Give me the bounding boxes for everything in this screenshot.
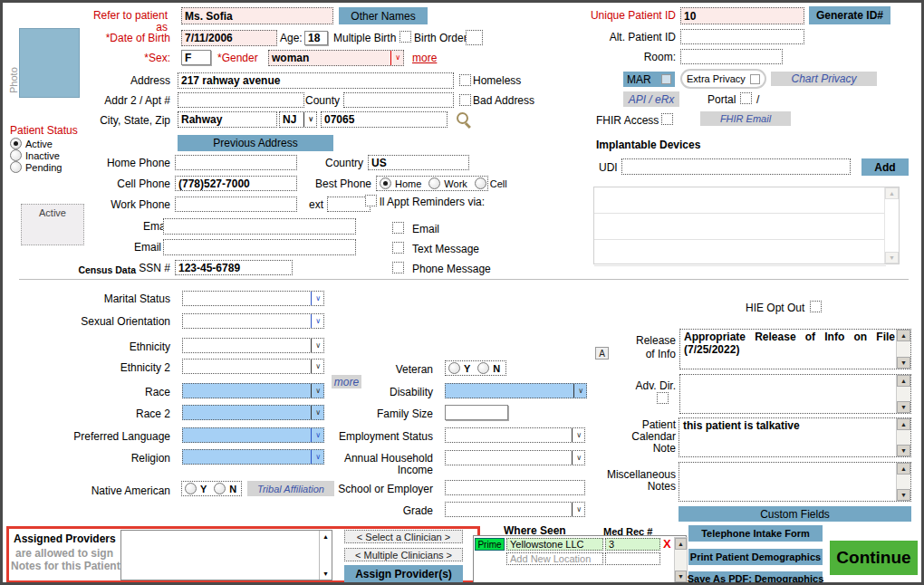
mar-button[interactable]: MAR xyxy=(623,72,675,87)
status-radio-active[interactable]: Active xyxy=(10,138,53,149)
cell-phone-input[interactable]: (778)527-7000 xyxy=(175,176,297,191)
veteran-y[interactable]: Y xyxy=(448,362,470,374)
grade-dropdown[interactable]: ∨ xyxy=(445,502,585,517)
marital-status-dropdown[interactable]: ∨ xyxy=(182,291,324,306)
release-a-button[interactable]: A xyxy=(595,347,609,360)
save-pdf-button[interactable]: Save As PDF: Demographics xyxy=(688,571,823,585)
sexual-orientation-dropdown[interactable]: ∨ xyxy=(182,313,324,329)
email2-input[interactable] xyxy=(163,239,356,255)
addr2-input[interactable] xyxy=(178,92,304,108)
scroll-down-icon[interactable]: ▼ xyxy=(897,401,910,413)
adv-dir-checkbox[interactable] xyxy=(657,392,669,404)
scroll-down-icon[interactable]: ▼ xyxy=(897,489,910,501)
chart-privacy-button[interactable]: Chart Privacy xyxy=(771,72,877,86)
assign-providers-button[interactable]: Assign Provider(s) xyxy=(344,565,463,582)
telephone-intake-button[interactable]: Telephone Intake Form xyxy=(688,525,823,542)
unique-patient-id-input[interactable]: 10 xyxy=(680,7,804,24)
scroll-up-icon[interactable]: ▲ xyxy=(897,463,910,475)
where-seen-location-input[interactable]: Yellowstone LLC xyxy=(506,538,603,551)
extra-privacy-checkbox[interactable] xyxy=(750,74,760,84)
zip-input[interactable]: 07065 xyxy=(321,111,448,128)
best-phone-home[interactable]: Home xyxy=(380,177,421,189)
appt-reminders-checkbox[interactable] xyxy=(365,195,377,206)
ethnicity-more-button[interactable]: more xyxy=(332,375,361,388)
race2-dropdown[interactable]: ∨ xyxy=(182,405,324,420)
ethnicity2-dropdown[interactable]: ∨ xyxy=(182,359,324,374)
ethnicity-dropdown[interactable]: ∨ xyxy=(182,338,324,353)
reminder-phone-checkbox[interactable] xyxy=(392,262,404,273)
where-seen-scrollbar[interactable]: ▲ ▼ xyxy=(674,537,688,583)
assigned-providers-list[interactable]: ▲ ▼ xyxy=(120,530,332,580)
refer-to-patient-input[interactable]: Ms. Sofia xyxy=(181,7,333,24)
bad-address-checkbox[interactable] xyxy=(459,94,471,106)
address-input[interactable]: 217 rahway avenue xyxy=(178,72,454,89)
county-input[interactable] xyxy=(343,92,454,108)
release-scrollbar[interactable]: ▲▼ xyxy=(896,330,910,369)
udi-add-button[interactable]: Add xyxy=(861,158,909,176)
calendar-scrollbar[interactable]: ▲▼ xyxy=(896,418,910,456)
api-erx-button[interactable]: API / eRx xyxy=(623,91,679,107)
misc-notes-textarea[interactable]: ▲▼ xyxy=(679,462,911,502)
new-med-rec-input[interactable] xyxy=(605,552,660,565)
med-rec-input[interactable]: 3 xyxy=(605,538,660,551)
continue-button[interactable]: Continue xyxy=(830,541,918,575)
state-dropdown[interactable]: NJ ∨ xyxy=(279,111,317,128)
scroll-up-icon[interactable]: ▲ xyxy=(897,418,910,430)
age-field[interactable]: 18 xyxy=(304,31,328,45)
preferred-language-dropdown[interactable]: ∨ xyxy=(182,427,324,443)
print-demographics-button[interactable]: Print Patient Demographics xyxy=(688,549,823,565)
native-american-n[interactable]: N xyxy=(214,483,236,494)
release-of-info-textarea[interactable]: Appropriate Release of Info on File (7/2… xyxy=(679,329,911,369)
best-phone-work[interactable]: Work xyxy=(428,177,467,189)
misc-scrollbar[interactable]: ▲▼ xyxy=(896,463,910,501)
work-phone-input[interactable] xyxy=(175,197,297,212)
reminder-text-checkbox[interactable] xyxy=(392,242,404,254)
other-names-button[interactable]: Other Names xyxy=(339,7,428,24)
delete-location-icon[interactable]: X xyxy=(663,537,671,551)
udi-input[interactable] xyxy=(621,158,851,175)
religion-dropdown[interactable]: ∨ xyxy=(182,449,324,465)
multiple-clinicians-button[interactable]: < Multiple Clinicians > xyxy=(344,548,463,561)
portal-checkbox[interactable] xyxy=(740,92,752,104)
home-phone-input[interactable] xyxy=(175,155,297,170)
gender-dropdown[interactable]: woman ∨ xyxy=(268,50,404,66)
scroll-down-icon[interactable]: ▼ xyxy=(897,445,910,456)
generate-id-button[interactable]: Generate ID# xyxy=(809,6,890,24)
status-radio-inactive[interactable]: Inactive xyxy=(10,149,60,161)
date-of-birth-input[interactable]: 7/11/2006 xyxy=(181,30,277,46)
school-or-employer-input[interactable] xyxy=(445,480,585,495)
scroll-up-icon[interactable]: ▲ xyxy=(885,187,899,199)
scroll-up-icon[interactable]: ▲ xyxy=(897,330,910,341)
calendar-note-textarea[interactable]: this patient is talkative ▲▼ xyxy=(679,417,911,457)
homeless-checkbox[interactable] xyxy=(459,74,471,86)
alt-patient-id-input[interactable] xyxy=(680,29,804,44)
disability-dropdown[interactable]: ∨ xyxy=(445,383,587,398)
multiple-birth-checkbox[interactable] xyxy=(399,31,411,43)
gender-more-link[interactable]: more xyxy=(412,53,437,64)
status-radio-pending[interactable]: Pending xyxy=(10,161,62,173)
fhir-email-button[interactable]: FHIR Email xyxy=(700,111,791,126)
sex-input[interactable]: F xyxy=(181,50,211,65)
adv-dir-textarea[interactable]: ▲▼ xyxy=(679,374,911,414)
scroll-down-icon[interactable]: ▼ xyxy=(897,357,910,369)
race-dropdown[interactable]: ∨ xyxy=(182,383,324,398)
room-input[interactable] xyxy=(680,49,783,64)
email-input[interactable] xyxy=(163,218,356,235)
reminder-email-checkbox[interactable] xyxy=(392,222,404,234)
add-new-location-input[interactable]: Add New Location xyxy=(506,552,603,565)
veteran-n[interactable]: N xyxy=(477,362,500,374)
hie-opt-out-checkbox[interactable] xyxy=(810,301,822,312)
fhir-access-checkbox[interactable] xyxy=(661,113,673,125)
employment-status-dropdown[interactable]: ∨ xyxy=(445,427,585,443)
scroll-up-icon[interactable]: ▲ xyxy=(675,538,687,550)
devices-scrollbar[interactable]: ▲ ▼ xyxy=(884,187,899,264)
previous-address-button[interactable]: Previous Address xyxy=(178,135,333,151)
patient-photo[interactable] xyxy=(19,28,80,98)
annual-income-dropdown[interactable]: ∨ xyxy=(445,450,585,465)
adv-dir-scrollbar[interactable]: ▲▼ xyxy=(896,375,910,413)
country-input[interactable]: US xyxy=(368,155,469,170)
providers-scrollbar[interactable]: ▲ ▼ xyxy=(319,531,332,580)
tribal-affiliation-button[interactable]: Tribal Affiliation xyxy=(247,481,334,496)
ssn-input[interactable]: 123-45-6789 xyxy=(175,260,293,275)
scroll-down-icon[interactable]: ▼ xyxy=(675,571,687,582)
